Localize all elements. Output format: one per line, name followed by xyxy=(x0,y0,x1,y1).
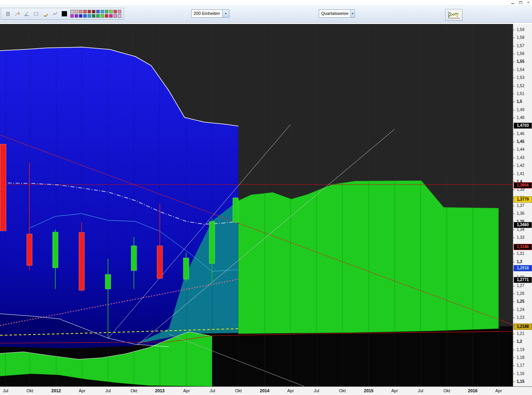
time-tick-label: 2016 xyxy=(468,388,477,393)
price-tick-label: 1,2 xyxy=(517,339,522,344)
price-tickmark xyxy=(513,94,515,94)
price-tickmark xyxy=(513,382,515,382)
current-color-swatch[interactable] xyxy=(62,11,67,16)
chart-canvas[interactable] xyxy=(0,24,513,386)
color-swatch[interactable] xyxy=(92,10,95,13)
time-tick-label: Jul xyxy=(105,388,111,393)
chevron-down-icon[interactable]: ▼ xyxy=(350,10,355,17)
color-swatch[interactable] xyxy=(75,10,78,13)
color-swatch[interactable] xyxy=(79,10,82,13)
period-dropdown[interactable]: Quartalsweise ▼ xyxy=(319,9,355,18)
price-tickmark xyxy=(513,38,515,38)
price-tick-label: 1,25 xyxy=(517,299,524,304)
price-tickmark xyxy=(513,62,515,62)
minimize-icon xyxy=(511,3,514,4)
price-tick-label: 1,5 xyxy=(517,99,522,104)
window-controls: × xyxy=(510,0,531,5)
price-tick-label: 1,31 xyxy=(517,251,524,256)
price-tick-label: 1,45 xyxy=(517,139,524,144)
color-swatch[interactable] xyxy=(96,14,100,18)
draw-rectangle-button[interactable] xyxy=(32,9,40,18)
titlebar: × xyxy=(0,0,532,5)
price-tick-label: 1,24 xyxy=(517,307,524,312)
color-swatch[interactable] xyxy=(88,10,91,13)
draw-angle-button[interactable] xyxy=(22,9,31,18)
time-tick-label: Apr xyxy=(287,388,294,393)
color-swatch[interactable] xyxy=(118,14,121,18)
price-tick-label: 1,41 xyxy=(517,172,524,176)
trash-icon xyxy=(5,11,11,17)
price-tickmark xyxy=(513,54,515,54)
units-dropdown[interactable]: 200 Einheiten ▼ xyxy=(191,9,229,18)
chevron-down-icon[interactable]: ▼ xyxy=(222,10,229,17)
price-tickmark xyxy=(513,350,515,350)
color-swatch[interactable] xyxy=(92,14,95,18)
draw-freehand-button[interactable] xyxy=(41,9,50,18)
candle-body xyxy=(209,221,215,263)
price-tickmark xyxy=(513,102,515,102)
time-tick-label: 2012 xyxy=(51,388,61,393)
indicator-chart-icon xyxy=(447,11,461,19)
color-swatch[interactable] xyxy=(109,10,113,13)
price-tick-label: 1,49 xyxy=(517,108,524,112)
price-tickmark xyxy=(513,142,515,142)
color-swatch[interactable] xyxy=(109,14,113,18)
price-tick-label: 1,56 xyxy=(517,51,524,56)
candle-body xyxy=(233,198,238,222)
minimize-button[interactable] xyxy=(510,0,515,5)
color-swatch[interactable] xyxy=(70,14,74,18)
candle-body xyxy=(183,258,189,279)
color-swatch[interactable] xyxy=(113,14,117,18)
time-axis[interactable]: JulOkt2012AprJulOkt2013AprJulOkt2014AprJ… xyxy=(0,386,532,395)
drawing-tools-group xyxy=(1,8,124,20)
price-tick-label: 1,27 xyxy=(517,283,524,288)
price-tickmark xyxy=(513,166,515,166)
price-tickmark xyxy=(513,342,515,342)
color-swatch[interactable] xyxy=(75,14,78,18)
time-tick-label: Okt xyxy=(130,388,137,393)
restore-button[interactable] xyxy=(518,0,523,5)
candle-body xyxy=(131,246,137,271)
price-tickmark xyxy=(513,206,515,206)
draw-trendline-button[interactable] xyxy=(13,9,22,18)
color-swatch[interactable] xyxy=(83,10,87,13)
price-tickmark xyxy=(513,262,515,262)
color-swatch[interactable] xyxy=(83,14,87,18)
color-swatch[interactable] xyxy=(101,10,104,13)
time-tick-label: Okt xyxy=(26,388,33,393)
close-button[interactable]: × xyxy=(526,0,531,5)
time-tick-label: Okt xyxy=(443,388,450,393)
color-swatch[interactable] xyxy=(105,10,108,13)
color-palette xyxy=(70,10,121,18)
color-swatch[interactable] xyxy=(113,10,117,13)
color-swatch[interactable] xyxy=(79,14,82,18)
color-swatch[interactable] xyxy=(105,14,108,18)
color-swatch[interactable] xyxy=(70,10,74,13)
price-tick-label: 1,21 xyxy=(517,331,524,336)
price-tickmark xyxy=(513,46,515,46)
price-axis[interactable]: 1,591,581,571,561,551,541,531,521,511,51… xyxy=(513,24,532,386)
price-marker-badge: 1,4703 xyxy=(514,123,532,129)
rectangle-icon xyxy=(33,11,39,17)
indicator-settings-button[interactable] xyxy=(445,9,463,21)
color-swatch[interactable] xyxy=(88,14,91,18)
price-tick-label: 1,59 xyxy=(517,27,524,32)
period-dropdown-value: Quartalsweise xyxy=(319,10,350,17)
candle-body xyxy=(79,232,84,290)
price-tick-label: 1,15 xyxy=(517,379,524,384)
price-tick-label: 1,44 xyxy=(517,147,524,152)
price-tick-label: 1,52 xyxy=(517,84,524,88)
price-tickmark xyxy=(513,78,515,78)
color-swatch[interactable] xyxy=(101,14,104,18)
price-tick-label: 1,48 xyxy=(517,115,524,120)
price-tick-label: 1,19 xyxy=(517,347,524,352)
color-swatch[interactable] xyxy=(96,10,100,13)
draw-polyline-button[interactable] xyxy=(51,9,59,18)
delete-drawing-button[interactable] xyxy=(4,9,12,18)
price-tick-label: 1,33 xyxy=(517,235,524,240)
candle-body xyxy=(157,246,163,278)
price-tick-label: 1,53 xyxy=(517,75,524,80)
time-tick-label: 2015 xyxy=(364,388,373,393)
price-marker-badge: 1,2188 xyxy=(514,324,532,330)
color-swatch[interactable] xyxy=(118,10,121,13)
